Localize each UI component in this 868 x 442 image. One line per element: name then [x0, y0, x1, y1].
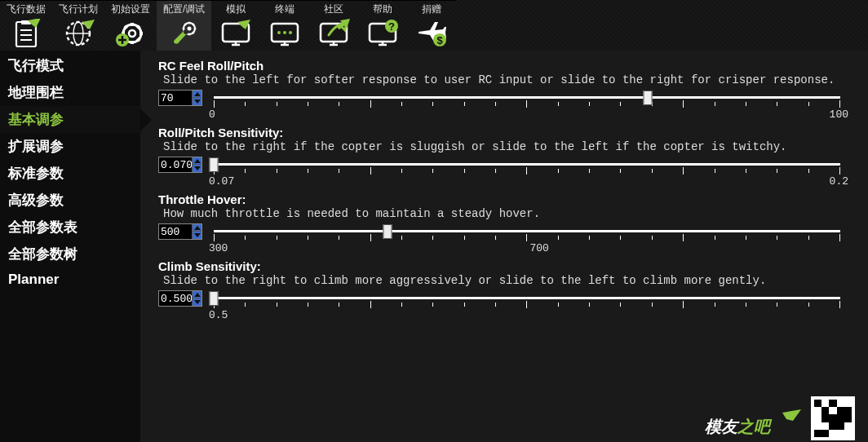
- param-value-input[interactable]: [159, 92, 192, 104]
- param-value-input[interactable]: [159, 159, 192, 171]
- sidebar-item-5[interactable]: 高级参数: [0, 187, 140, 214]
- tab-label: 初始设置: [111, 2, 150, 16]
- tab-clipboard-plane[interactable]: 飞行数据: [0, 0, 52, 51]
- slider-thumb[interactable]: [210, 291, 219, 306]
- main-panel: RC Feel Roll/Pitch Slide to the left for…: [140, 51, 868, 442]
- sidebar-item-1[interactable]: 地理围栏: [0, 79, 140, 106]
- spinner-up-icon[interactable]: [192, 291, 202, 298]
- tab-label: 飞行计划: [59, 2, 98, 16]
- top-tab-bar: 飞行数据飞行计划初始设置配置/调试模拟终端社区帮助?捐赠$: [0, 0, 868, 51]
- monitor-plane-icon: [218, 18, 254, 49]
- svg-point-38: [277, 31, 281, 34]
- tab-globe-plane[interactable]: 飞行计划: [52, 0, 104, 51]
- tab-wrench-gear[interactable]: 配置/调试: [157, 0, 211, 51]
- sidebar-item-6[interactable]: 全部参数表: [0, 214, 140, 241]
- svg-point-30: [192, 24, 194, 26]
- param-3: Climb Sensitivity: Slide to the right to…: [158, 259, 855, 321]
- param-slider[interactable]: [207, 290, 847, 307]
- param-title: Climb Sensitivity:: [158, 259, 855, 273]
- sidebar-item-3[interactable]: 扩展调参: [0, 133, 140, 160]
- spinner-up-icon[interactable]: [192, 91, 202, 98]
- svg-point-40: [289, 31, 292, 34]
- svg-point-27: [182, 28, 184, 30]
- plane-dollar-icon: $: [414, 18, 450, 49]
- tab-monitor-arrow[interactable]: 社区: [309, 0, 358, 51]
- monitor-arrow-icon: [316, 18, 352, 49]
- param-desc: Slide to the left for softer response to…: [163, 73, 855, 86]
- tab-gear-plus[interactable]: 初始设置: [104, 0, 157, 51]
- sidebar: 飞行模式地理围栏基本调参扩展调参标准参数高级参数全部参数表全部参数树Planne…: [0, 51, 140, 442]
- param-title: Throttle Hover:: [158, 192, 855, 206]
- tab-label: 社区: [324, 2, 343, 16]
- tab-monitor-dots[interactable]: 终端: [260, 0, 309, 51]
- tab-label: 终端: [275, 2, 294, 16]
- gear-plus-icon: [113, 18, 148, 49]
- spinner-down-icon[interactable]: [192, 165, 202, 172]
- watermark-logo: 模友之吧: [705, 408, 803, 440]
- monitor-help-icon: ?: [365, 18, 401, 49]
- param-spinner[interactable]: [158, 90, 202, 106]
- svg-point-22: [187, 27, 191, 31]
- param-1: Roll/Pitch Sensitivity: Slide to the rig…: [158, 126, 855, 188]
- sidebar-item-0[interactable]: 飞行模式: [0, 52, 140, 79]
- param-slider[interactable]: [207, 223, 847, 241]
- param-slider[interactable]: [207, 89, 847, 107]
- tab-label: 捐赠: [422, 2, 441, 16]
- param-desc: Slide to the right to climb more aggress…: [163, 274, 855, 287]
- param-0: RC Feel Roll/Pitch Slide to the left for…: [158, 59, 855, 121]
- param-spinner[interactable]: [158, 290, 202, 307]
- svg-rect-10: [140, 32, 143, 35]
- tab-label: 配置/调试: [163, 2, 205, 16]
- param-slider[interactable]: [207, 156, 847, 174]
- param-title: RC Feel Roll/Pitch: [158, 59, 855, 73]
- wrench-gear-icon: [166, 18, 202, 49]
- tab-monitor-plane[interactable]: 模拟: [211, 0, 260, 51]
- tab-label: 模拟: [226, 2, 246, 16]
- svg-text:$: $: [437, 34, 444, 46]
- tab-label: 飞行数据: [7, 2, 46, 16]
- svg-rect-16: [131, 23, 134, 26]
- spinner-down-icon[interactable]: [192, 298, 202, 306]
- watermark-qr-code: [811, 396, 855, 440]
- param-spinner[interactable]: [158, 223, 202, 240]
- svg-point-9: [129, 30, 135, 37]
- tab-label: 帮助: [373, 2, 392, 16]
- param-value-input[interactable]: [159, 293, 192, 305]
- param-title: Roll/Pitch Sensitivity:: [158, 126, 855, 139]
- svg-point-39: [283, 31, 286, 34]
- svg-point-24: [192, 31, 194, 33]
- spinner-down-icon[interactable]: [192, 232, 202, 239]
- param-value-input[interactable]: [159, 226, 192, 238]
- tab-plane-dollar[interactable]: 捐赠$: [407, 0, 456, 51]
- sidebar-item-4[interactable]: 标准参数: [0, 160, 140, 187]
- svg-rect-12: [131, 41, 134, 44]
- slider-thumb[interactable]: [383, 224, 392, 239]
- monitor-dots-icon: [267, 18, 303, 49]
- svg-point-23: [193, 28, 196, 30]
- spinner-up-icon[interactable]: [192, 157, 202, 165]
- tab-monitor-help[interactable]: 帮助?: [358, 0, 407, 51]
- sidebar-item-8[interactable]: Planner: [0, 267, 140, 292]
- param-spinner[interactable]: [158, 157, 202, 173]
- slider-thumb[interactable]: [644, 91, 653, 105]
- globe-plane-icon: [60, 18, 96, 49]
- param-desc: Slide to the right if the copter is slug…: [163, 140, 855, 153]
- svg-point-28: [184, 24, 186, 26]
- slider-thumb[interactable]: [210, 157, 219, 172]
- param-2: Throttle Hover: How much throttle is nee…: [158, 192, 855, 254]
- sidebar-item-2[interactable]: 基本调参: [0, 106, 140, 133]
- param-desc: How much throttle is needed to maintain …: [163, 207, 855, 220]
- svg-point-25: [188, 33, 190, 36]
- spinner-up-icon[interactable]: [192, 224, 202, 232]
- sidebar-item-7[interactable]: 全部参数树: [0, 241, 140, 267]
- spinner-down-icon[interactable]: [192, 98, 202, 105]
- svg-point-31: [184, 29, 188, 34]
- clipboard-plane-icon: [8, 18, 44, 49]
- svg-point-29: [188, 22, 190, 24]
- svg-text:?: ?: [388, 20, 395, 33]
